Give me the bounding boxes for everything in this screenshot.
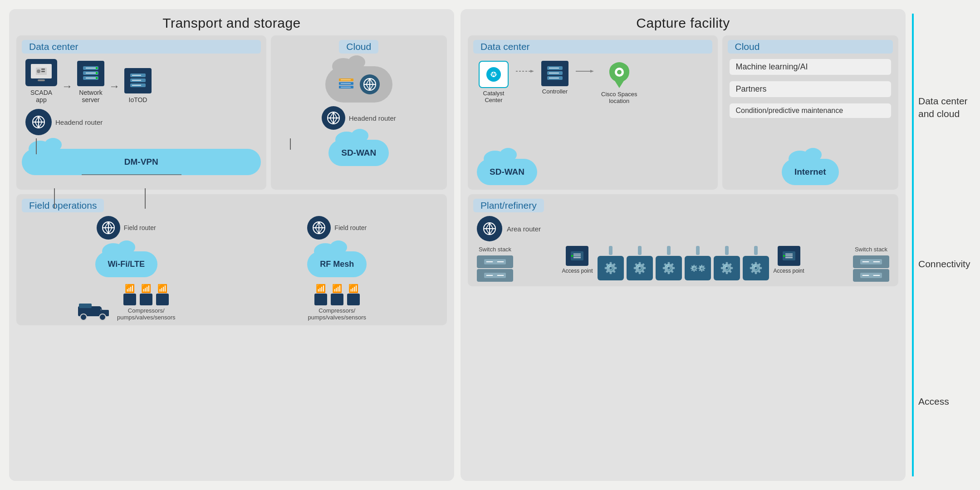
gear-4: ⚙️⚙️ [685,256,711,280]
compressors-2-label: Compressors/pumps/valves/sensors [308,307,366,321]
iotod-device: IoTOD [124,68,152,103]
svg-point-108 [783,255,785,257]
controller-icon [541,61,568,86]
netserver-label: Networkserver [79,89,102,103]
controller-device: Controller [541,61,568,95]
svg-rect-57 [79,304,92,308]
sidebar-dc-cloud-text: Data center and cloud [918,95,980,120]
switch-3 [853,255,889,268]
arrow-2: → [109,80,120,93]
right-cloud-box: Cloud Machine learning/AI Partners Condi… [722,35,899,190]
gear-5: ⚙️ [714,256,740,280]
switch-4 [853,269,889,282]
scada-device: SCADAapp [25,59,57,103]
sidebar-connectivity: Connectivity [912,201,980,327]
svg-point-12 [96,77,98,79]
gear-1: ⚙️ [598,256,624,280]
solid-arrow-1 [576,69,594,74]
field-router-1-icon [97,216,120,240]
svg-point-11 [96,72,98,74]
left-cloud-box: Cloud [271,35,447,190]
left-headend-router-icon [25,109,52,135]
switch-2 [477,269,513,282]
gear-2: ⚙️ [627,256,653,280]
iotod-label: IoTOD [129,96,147,103]
svg-point-56 [99,314,106,320]
svg-point-103 [571,255,573,257]
left-cloud-label: Cloud [339,40,378,54]
cloud-headend-router [322,106,345,130]
dashed-arrow-1 [516,69,534,74]
sensors-2: 📶 📶 📶 [308,284,366,321]
right-dc-label: Data center [473,40,712,54]
field-router-2-label: Field router [334,224,367,231]
cisco-spaces: Cisco Spaceslocation [601,61,637,104]
svg-marker-74 [530,70,534,73]
cloud-router-icon [360,74,380,94]
right-sidebar-labels: Data center and cloud Connectivity Acces… [912,0,980,490]
cloud-item-partners: Partners [730,81,892,97]
left-dc-label: Data center [22,40,261,54]
switch-stack-2: Switch stack [853,246,889,282]
cloud-item-maintenance: Condition/predictive maintenance [730,103,892,118]
right-panel-title: Capture facility [468,15,898,31]
access-point-2-label: Access point [774,268,804,274]
cloud-item-ml: Machine learning/AI [730,59,892,75]
plant-refinery-label: Plant/refinery [473,199,544,212]
field-router-1-label: Field router [124,224,156,231]
sensors-1: 📶 📶 📶 [117,284,176,321]
left-dc-box: Data center [16,35,266,190]
area-router-label: Area router [507,225,541,233]
gear-3: ⚙️ [656,256,682,280]
dmvpn-cloud: DM-VPN [22,149,261,175]
gear-6: ⚙️ [743,256,769,280]
wifi-lte-cloud: Wi-Fi/LTE [95,251,157,277]
field-ops-label: Field operations [22,199,104,212]
field-router-2-icon [307,216,331,240]
left-headend-label: Headend router [55,118,103,126]
left-panel-title: Transport and storage [16,15,447,31]
switch-stack-1: Switch stack [477,246,513,282]
svg-rect-2 [41,69,45,70]
sidebar-connectivity-text: Connectivity [918,258,970,270]
sidebar-access: Access [912,326,980,476]
svg-marker-82 [590,70,594,73]
plant-refinery-box: Plant/refinery [468,194,898,286]
sidebar-dc-cloud: Data center and cloud [912,14,980,201]
svg-point-55 [80,314,87,320]
cisco-spaces-label: Cisco Spaceslocation [601,91,637,104]
cloud-headend-label: Headend router [349,114,396,122]
main-content: Transport and storage Data center [0,0,912,490]
access-point-2-icon [778,246,800,266]
access-point-1-label: Access point [562,268,593,274]
arrow-1: → [62,80,73,93]
svg-point-1 [37,69,40,73]
svg-rect-3 [41,71,45,72]
svg-line-58 [101,307,102,310]
right-cloud-label: Cloud [728,40,893,54]
rfmesh-cloud: RF Mesh [307,251,367,277]
area-router-icon [477,216,502,241]
sdwan-cloud: SD-WAN [328,140,389,166]
monitor-stand [38,79,45,81]
scada-icon [25,59,57,86]
catalyst-label: CatalystCenter [483,90,505,103]
left-panel: Transport and storage Data center [9,9,454,481]
access-point-1-icon [566,246,588,266]
cloud-server [325,66,392,103]
right-dc-box: Data center [468,35,718,190]
catalyst-center: CatalystCenter [479,61,509,103]
location-pin [607,61,632,89]
iotod-icon [124,68,152,93]
field-ops-box: Field operations [16,194,447,325]
netserver-device: Networkserver [77,61,104,103]
compressors-1-label: Compressors/pumps/valves/sensors [117,307,176,321]
internet-cloud: Internet [782,159,839,185]
switch-stack-2-label: Switch stack [855,246,887,253]
access-point-2-device: Access point [774,246,804,280]
right-sdwan-cloud: SD-WAN [477,159,537,185]
monitor-screen [31,64,52,78]
netserver-icon [77,61,104,86]
right-panel: Capture facility Data center [461,9,906,481]
access-point-1-device: Access point [562,246,593,280]
